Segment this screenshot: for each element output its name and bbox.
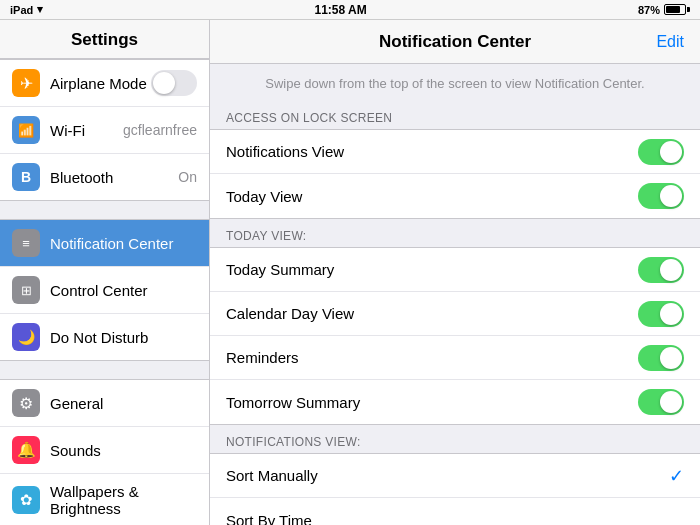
sidebar-group-2: ≡ Notification Center ⊞ Control Center 🌙… bbox=[0, 219, 209, 361]
sort-manually-label: Sort Manually bbox=[226, 467, 669, 484]
reminders-toggle[interactable] bbox=[638, 345, 684, 371]
control-center-icon: ⊞ bbox=[12, 276, 40, 304]
section-label-today-view: TODAY VIEW: bbox=[210, 219, 700, 247]
notification-center-label: Notification Center bbox=[50, 235, 197, 252]
lock-screen-group: Notifications View Today View bbox=[210, 129, 700, 219]
airplane-toggle[interactable] bbox=[151, 70, 197, 96]
section-label-lock-screen: ACCESS ON LOCK SCREEN bbox=[210, 101, 700, 129]
sidebar-item-do-not-disturb[interactable]: 🌙 Do Not Disturb bbox=[0, 314, 209, 360]
notifications-view-row: Notifications View bbox=[210, 130, 700, 174]
status-right: 87% bbox=[638, 4, 690, 16]
sidebar-item-sounds[interactable]: 🔔 Sounds bbox=[0, 427, 209, 474]
carrier-label: iPad bbox=[10, 4, 33, 16]
notifications-view-label: Notifications View bbox=[226, 143, 638, 160]
right-panel: Notification Center Edit Swipe down from… bbox=[210, 20, 700, 525]
right-header: Notification Center Edit bbox=[210, 20, 700, 64]
right-panel-title: Notification Center bbox=[266, 32, 644, 52]
section-label-notifications-view: NOTIFICATIONS VIEW: bbox=[210, 425, 700, 453]
sidebar-item-wifi[interactable]: 📶 Wi-Fi gcflearnfree bbox=[0, 107, 209, 154]
sidebar-item-airplane-mode[interactable]: ✈ Airplane Mode bbox=[0, 60, 209, 107]
reminders-label: Reminders bbox=[226, 349, 638, 366]
wifi-icon: 📶 bbox=[12, 116, 40, 144]
sidebar-item-notification-center[interactable]: ≡ Notification Center bbox=[0, 220, 209, 267]
sounds-label: Sounds bbox=[50, 442, 197, 459]
wifi-icon: ▾ bbox=[37, 3, 43, 16]
general-label: General bbox=[50, 395, 197, 412]
today-view-label: Today View bbox=[226, 188, 638, 205]
status-left: iPad ▾ bbox=[10, 3, 43, 16]
sidebar-divider-2 bbox=[0, 361, 209, 379]
sounds-icon: 🔔 bbox=[12, 436, 40, 464]
sort-manually-checkmark: ✓ bbox=[669, 465, 684, 487]
sort-by-time-row[interactable]: Sort By Time bbox=[210, 498, 700, 525]
bluetooth-icon: B bbox=[12, 163, 40, 191]
sidebar-item-bluetooth[interactable]: B Bluetooth On bbox=[0, 154, 209, 200]
sidebar: Settings ✈ Airplane Mode 📶 Wi-Fi gcflear… bbox=[0, 20, 210, 525]
reminders-row: Reminders bbox=[210, 336, 700, 380]
bluetooth-value: On bbox=[178, 169, 197, 185]
today-view-row: Today View bbox=[210, 174, 700, 218]
sidebar-group-1: ✈ Airplane Mode 📶 Wi-Fi gcflearnfree B B… bbox=[0, 59, 209, 201]
edit-button[interactable]: Edit bbox=[644, 33, 684, 51]
notifications-view-group: Sort Manually ✓ Sort By Time bbox=[210, 453, 700, 525]
notification-center-icon: ≡ bbox=[12, 229, 40, 257]
tomorrow-summary-toggle[interactable] bbox=[638, 389, 684, 415]
wallpapers-icon: ✿ bbox=[12, 486, 40, 514]
wifi-value: gcflearnfree bbox=[123, 122, 197, 138]
calendar-day-view-label: Calendar Day View bbox=[226, 305, 638, 322]
wifi-label: Wi-Fi bbox=[50, 122, 123, 139]
battery-percent: 87% bbox=[638, 4, 660, 16]
do-not-disturb-icon: 🌙 bbox=[12, 323, 40, 351]
status-time: 11:58 AM bbox=[314, 3, 366, 17]
sidebar-divider-1 bbox=[0, 201, 209, 219]
today-summary-label: Today Summary bbox=[226, 261, 638, 278]
sidebar-title: Settings bbox=[0, 20, 209, 59]
airplane-label: Airplane Mode bbox=[50, 75, 151, 92]
today-view-toggle[interactable] bbox=[638, 183, 684, 209]
calendar-day-view-toggle[interactable] bbox=[638, 301, 684, 327]
sidebar-group-3: ⚙ General 🔔 Sounds ✿ Wallpapers & Bright… bbox=[0, 379, 209, 525]
calendar-day-view-row: Calendar Day View bbox=[210, 292, 700, 336]
status-bar: iPad ▾ 11:58 AM 87% bbox=[0, 0, 700, 20]
tomorrow-summary-row: Tomorrow Summary bbox=[210, 380, 700, 424]
airplane-icon: ✈ bbox=[12, 69, 40, 97]
control-center-label: Control Center bbox=[50, 282, 197, 299]
notifications-view-toggle[interactable] bbox=[638, 139, 684, 165]
wallpapers-label: Wallpapers & Brightness bbox=[50, 483, 197, 517]
sort-by-time-label: Sort By Time bbox=[226, 512, 684, 526]
sidebar-item-control-center[interactable]: ⊞ Control Center bbox=[0, 267, 209, 314]
today-summary-toggle[interactable] bbox=[638, 257, 684, 283]
sidebar-item-general[interactable]: ⚙ General bbox=[0, 380, 209, 427]
battery-icon bbox=[664, 4, 690, 15]
today-summary-row: Today Summary bbox=[210, 248, 700, 292]
tomorrow-summary-label: Tomorrow Summary bbox=[226, 394, 638, 411]
bluetooth-label: Bluetooth bbox=[50, 169, 178, 186]
do-not-disturb-label: Do Not Disturb bbox=[50, 329, 197, 346]
hint-text: Swipe down from the top of the screen to… bbox=[210, 64, 700, 101]
today-view-group: Today Summary Calendar Day View Reminder… bbox=[210, 247, 700, 425]
general-icon: ⚙ bbox=[12, 389, 40, 417]
main-layout: Settings ✈ Airplane Mode 📶 Wi-Fi gcflear… bbox=[0, 20, 700, 525]
sort-manually-row[interactable]: Sort Manually ✓ bbox=[210, 454, 700, 498]
sidebar-item-wallpapers[interactable]: ✿ Wallpapers & Brightness bbox=[0, 474, 209, 525]
